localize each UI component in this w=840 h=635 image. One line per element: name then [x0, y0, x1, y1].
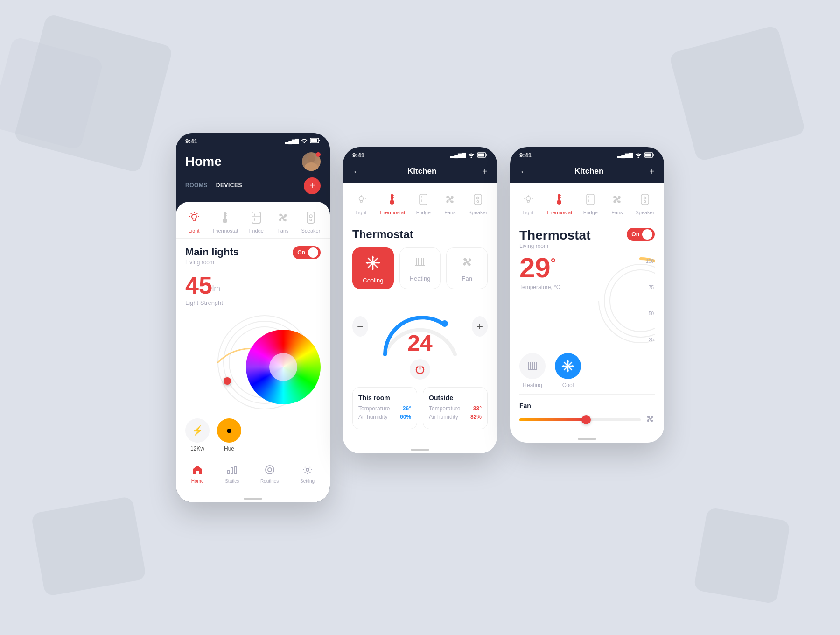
cat-fans[interactable]: Fans: [274, 209, 291, 233]
fan-thumb[interactable]: [581, 415, 591, 424]
setting-nav-icon: [302, 465, 313, 477]
category-row-1: Light Thermostat: [176, 202, 330, 239]
cat3-fans-label: Fans: [611, 210, 623, 215]
svg-marker-102: [567, 370, 569, 372]
cat2-fans-label: Fans: [444, 210, 455, 215]
phones-container: 9:41 ▂▄▆▇ Home: [176, 133, 664, 502]
scroll-indicator-1: [176, 493, 330, 502]
phone3-content: Thermostat Living room On 29° Temperatu: [510, 220, 664, 433]
cat2-thermostat[interactable]: Thermostat: [379, 191, 406, 215]
dial-value: 24: [407, 332, 432, 354]
dial-minus-button[interactable]: −: [352, 316, 368, 337]
nav-routines[interactable]: Routines: [260, 465, 279, 484]
thermo-title: Thermostat: [519, 228, 590, 243]
cat3-speaker[interactable]: Speaker: [635, 191, 654, 215]
fridge-icon: [248, 209, 265, 226]
svg-rect-13: [252, 212, 260, 223]
cool-btn-label: Cool: [562, 382, 574, 388]
this-room-humidity-value: 60%: [400, 414, 411, 420]
thermo-subtitle: Living room: [519, 243, 590, 249]
add-button-3[interactable]: +: [649, 166, 655, 177]
cat-light[interactable]: Light: [186, 209, 203, 233]
signal-icon: ▂▄▆▇: [285, 138, 298, 144]
slider-handle[interactable]: [224, 377, 231, 385]
cat2-speaker[interactable]: Speaker: [468, 191, 487, 215]
category-row-3: Light Thermostat: [510, 183, 664, 220]
cat2-fridge[interactable]: Fridge: [415, 191, 432, 215]
cat3-thermostat-label: Thermostat: [546, 210, 573, 215]
add-button-2[interactable]: +: [482, 166, 488, 177]
device-12kw-icon: ⚡: [185, 418, 210, 443]
heating-mode-btn[interactable]: Heating: [519, 353, 546, 388]
cat2-fridge-icon: [415, 191, 432, 208]
svg-point-84: [644, 197, 646, 199]
signal-icon-2: ▂▄▆▇: [450, 152, 465, 158]
mode-fan[interactable]: Fan: [446, 247, 488, 289]
fan-track[interactable]: [519, 418, 641, 421]
nav-statics[interactable]: Statics: [225, 465, 239, 484]
cat2-thermostat-label: Thermostat: [379, 210, 406, 215]
cat-thermostat[interactable]: Thermostat: [212, 209, 238, 233]
cat3-thermostat[interactable]: Thermostat: [546, 191, 573, 215]
nav-home-label: Home: [191, 479, 204, 484]
mode-cooling[interactable]: Cooling: [352, 247, 394, 289]
outside-temp-label: Temperature: [429, 405, 460, 412]
tab-rooms[interactable]: ROOMS: [185, 181, 208, 190]
outside-humidity-row: Air humidity 82%: [429, 414, 482, 420]
heating-label: Heating: [410, 275, 431, 282]
time-1: 9:41: [185, 138, 197, 145]
outside-temp-value: 33°: [473, 405, 482, 412]
cat2-light[interactable]: Light: [353, 191, 370, 215]
device-hue[interactable]: ● Hue: [217, 418, 241, 452]
svg-point-85: [644, 200, 646, 202]
lights-toggle[interactable]: On: [293, 246, 321, 259]
svg-rect-42: [420, 194, 427, 205]
cat3-fridge[interactable]: Fridge: [582, 191, 599, 215]
cat-speaker[interactable]: Speaker: [301, 209, 320, 233]
svg-point-82: [616, 198, 618, 200]
tab-devices[interactable]: DEVICES: [216, 181, 242, 190]
cat-fridge[interactable]: Fridge: [248, 209, 265, 233]
cool-mode-btn[interactable]: Cool: [555, 353, 581, 388]
lights-subtitle: Living room: [185, 259, 239, 266]
heating-icon: [413, 255, 427, 271]
svg-rect-69: [653, 154, 654, 156]
statics-nav-icon: [227, 465, 237, 477]
this-room-humidity-row: Air humidity 60%: [358, 414, 411, 420]
wifi-icon-2: [468, 152, 475, 158]
power-button[interactable]: [410, 359, 430, 380]
mode-heating[interactable]: Heating: [399, 247, 441, 289]
cat3-light[interactable]: Light: [520, 191, 537, 215]
tick-100: 100: [646, 259, 654, 264]
svg-marker-58: [378, 261, 379, 264]
status-icons-1: ▂▄▆▇: [285, 138, 321, 145]
nav-setting[interactable]: Setting: [300, 465, 315, 484]
cat2-fans[interactable]: Fans: [441, 191, 458, 215]
heating-circle: [519, 353, 546, 379]
add-device-button[interactable]: +: [304, 177, 321, 194]
back-button-2[interactable]: ←: [352, 166, 362, 177]
time-3: 9:41: [519, 152, 532, 159]
svg-rect-1: [311, 139, 317, 142]
device-12kw[interactable]: ⚡ 12Kw: [185, 418, 210, 452]
signal-icon-3: ▂▄▆▇: [617, 152, 632, 158]
cat3-fans[interactable]: Fans: [609, 191, 625, 215]
scroll-indicator-2: [343, 444, 497, 453]
cooling-icon: [365, 255, 380, 273]
color-wheel[interactable]: [246, 330, 321, 404]
temperature-value: 29°: [519, 254, 580, 282]
device-row: ⚡ 12Kw ● Hue: [176, 412, 330, 459]
nav-home[interactable]: Home: [191, 465, 204, 484]
thermo-toggle[interactable]: On: [627, 228, 655, 241]
phone3-body: Light Thermostat: [510, 183, 664, 443]
avatar-wrapper[interactable]: [302, 152, 321, 171]
fan-icon: [461, 255, 474, 271]
battery-icon: [310, 138, 321, 144]
back-button-3[interactable]: ←: [519, 166, 529, 177]
status-bar-1: 9:41 ▂▄▆▇: [176, 133, 330, 148]
main-lights-section: Main lights Living room On 45lm Light St…: [176, 239, 330, 412]
svg-point-49: [477, 200, 479, 202]
dial-plus-button[interactable]: +: [472, 316, 488, 337]
svg-point-17: [281, 216, 284, 219]
cat2-fans-icon: [441, 191, 458, 208]
